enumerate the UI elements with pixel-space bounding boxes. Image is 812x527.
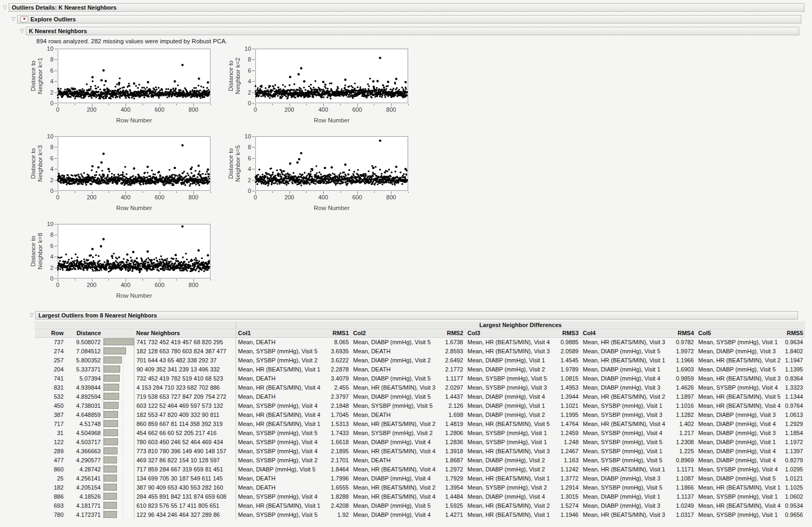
cell-col2: Mean, HR (BEATS/MIN), Visit 3 — [351, 383, 440, 392]
cell-col2: Mean, HR (BEATS/MIN), Visit 2 — [351, 419, 440, 428]
table-row[interactable]: 5324.892594719 538 653 727 847 209 754 2… — [35, 392, 805, 401]
table-row[interactable]: 7174.51748860 859 667 81 114 358 392 319… — [35, 419, 805, 428]
cell-rms3: 1.1021 — [555, 401, 581, 410]
column-header-distance[interactable]: Distance — [66, 329, 103, 337]
table-row[interactable]: 1224.503717780 603 450 246 52 464 469 43… — [35, 437, 805, 446]
column-header-col4[interactable]: Col4 — [581, 329, 670, 337]
cell-rms2: 2.8593 — [440, 346, 465, 355]
distance-bar — [104, 356, 122, 363]
column-header-rms1[interactable]: RMS1 — [325, 329, 351, 337]
cell-rms1: 2.3797 — [325, 392, 351, 401]
column-header-rms4[interactable]: RMS4 — [670, 329, 696, 337]
cell-row: 274 — [35, 346, 66, 355]
cell-col5: Mean, DIABP (mmHg), Visit 4 — [696, 446, 783, 455]
cell-rms2: 1.2806 — [440, 428, 465, 437]
cell-rms1: 2.455 — [325, 383, 351, 392]
cell-distance: 4.366663 — [66, 446, 103, 455]
column-header-row[interactable]: Row — [35, 329, 66, 337]
cell-col2: Mean, DEATH — [351, 365, 440, 374]
table-row[interactable]: 6934.181771610 823 576 55 17 411 805 651… — [35, 501, 805, 510]
cell-rms5: 1.8402 — [783, 346, 805, 355]
cell-neighbors: 610 823 576 55 17 411 805 651 — [134, 501, 236, 510]
cell-distance: 4.939844 — [66, 383, 103, 392]
cell-col4: Mean, SYSBP (mmHg), Visit 1 — [581, 401, 670, 410]
cell-rms1: 1.8288 — [325, 492, 351, 501]
table-row[interactable]: 4774.290577469 327 86 822 154 10 128 597… — [35, 455, 805, 464]
outline-title-explore-outliers[interactable]: ▼ Explore Outliers — [17, 15, 801, 24]
column-header-col5[interactable]: Col5 — [696, 329, 783, 337]
table-row[interactable]: 4504.738031603 122 52 464 469 597 573 13… — [35, 401, 805, 410]
cell-col1: Mean, SYSBP (mmHg), Visit 4 — [236, 492, 325, 501]
cell-col3: Mean, HR (BEATS/MIN), Visit 5 — [465, 419, 555, 428]
distance-bar — [104, 438, 118, 445]
column-header-col3[interactable]: Col3 — [465, 329, 555, 337]
cell-col4: Mean, HR (BEATS/MIN), Visit 1 — [581, 355, 670, 365]
cell-col5: Mean, DIABP (mmHg), Visit 4 — [696, 455, 783, 464]
distance-bar — [104, 502, 117, 509]
column-header-rms2[interactable]: RMS2 — [440, 329, 465, 337]
table-row[interactable]: 3874.648859182 553 47 820 409 332 90 811… — [35, 410, 805, 419]
column-header-near-neighbors[interactable]: Near Neighbors — [134, 329, 236, 337]
distance-bar-cell — [103, 383, 134, 392]
cell-col2: Mean, HR (BEATS/MIN), Visit 4 — [351, 492, 440, 501]
cell-rms5: 1.1854 — [783, 428, 805, 437]
cell-rms1: 1.7045 — [325, 410, 351, 419]
column-header-rms5[interactable]: RMS5 — [783, 329, 805, 337]
table-row[interactable]: 8314.9398444 153 284 710 323 682 702 886… — [35, 383, 805, 392]
outline-title-k-nearest-neighbors[interactable]: K Nearest Neighbors — [26, 27, 799, 35]
cell-neighbors: 134 699 705 30 187 549 611 145 — [134, 474, 236, 483]
cell-rms3: 1.2459 — [555, 428, 581, 437]
cell-rms4: 1.4626 — [670, 383, 696, 392]
outline-node-outliers-details: ▽ Outliers Details: K Nearest Neighbors — [1, 3, 805, 12]
column-header-col1[interactable]: Col1 — [236, 329, 325, 337]
table-row[interactable]: 1824.205154387 90 409 653 430 553 282 16… — [35, 483, 805, 492]
table-row[interactable]: 8604.28742717 859 284 667 319 659 81 451… — [35, 464, 805, 474]
knn-distance-plot-k1[interactable] — [28, 46, 215, 131]
disclosure-triangle-icon[interactable]: ▽ — [18, 27, 26, 35]
cell-rms3: 1.1995 — [555, 410, 581, 419]
cell-col2: Mean, HR (BEATS/MIN), Visit 2 — [351, 483, 440, 492]
distance-bar-cell — [103, 365, 134, 374]
cell-rms4: 1.402 — [670, 419, 696, 428]
knn-distance-plot-k3[interactable] — [28, 134, 215, 219]
table-row[interactable]: 2894.366663773 810 780 396 149 490 148 1… — [35, 446, 805, 455]
cell-rms5: 1.2929 — [783, 419, 805, 428]
cell-rms5: 0.8364 — [783, 374, 805, 383]
table-row[interactable]: 2575.800352701 644 43 65 482 338 292 37M… — [35, 355, 805, 365]
table-row[interactable]: 314.504968454 662 66 60 52 205 217 416Me… — [35, 428, 805, 437]
cell-distance: 4.18526 — [66, 492, 103, 501]
cell-rms1: 2.2878 — [325, 365, 351, 374]
table-row[interactable]: 7415.07394732 452 419 782 519 410 68 523… — [35, 374, 805, 383]
distance-bar — [104, 447, 118, 454]
column-header-rms3[interactable]: RMS3 — [555, 329, 581, 337]
disclosure-triangle-icon[interactable]: ▽ — [1, 4, 9, 11]
table-row[interactable]: 254.256141134 699 705 30 187 549 611 145… — [35, 474, 805, 483]
column-header-col2[interactable]: Col2 — [351, 329, 440, 337]
red-triangle-icon: ▼ — [22, 17, 27, 21]
outline-title-largest-outliers[interactable]: Largest Outliers from 8 Nearest Neighbor… — [35, 311, 798, 320]
cell-neighbors: 732 452 419 782 519 410 68 523 — [134, 374, 236, 383]
knn-distance-plot-k2[interactable] — [225, 46, 412, 131]
disclosure-triangle-icon[interactable]: ▽ — [28, 312, 35, 319]
knn-distance-plot-k8[interactable] — [28, 221, 215, 307]
cell-rms5: 0.9764 — [783, 401, 805, 410]
table-row[interactable]: 2747.084512182 128 653 780 603 824 387 4… — [35, 346, 805, 355]
table-row[interactable]: 7379.508072741 732 452 419 457 68 820 29… — [35, 337, 805, 346]
table-row[interactable]: 7804.172371122 96 434 246 464 327 289 86… — [35, 510, 805, 519]
distance-bar-cell — [103, 401, 134, 410]
cell-col2: Mean, DIABP (mmHg), Visit 5 — [351, 501, 440, 510]
knn-distance-plot-k5[interactable] — [225, 134, 412, 219]
red-triangle-menu-button[interactable]: ▼ — [20, 16, 28, 22]
table-row[interactable]: 2045.33737190 409 352 341 239 13 496 332… — [35, 365, 805, 374]
outline-title-outliers-details[interactable]: Outliers Details: K Nearest Neighbors — [9, 3, 805, 12]
cell-neighbors: 4 153 284 710 323 682 702 886 — [134, 383, 236, 392]
distance-bar — [104, 375, 120, 382]
table-row[interactable]: 8864.18526284 455 891 842 131 874 659 60… — [35, 492, 805, 501]
column-header-distance-bar[interactable] — [103, 329, 134, 337]
cell-rms3: 1.163 — [555, 455, 581, 464]
cell-neighbors: 717 859 284 667 319 659 81 451 — [134, 464, 236, 474]
cell-col4: Mean, DIABP (mmHg), Visit 1 — [581, 492, 670, 501]
knn-distance-plots — [28, 46, 812, 307]
disclosure-triangle-icon[interactable]: ▽ — [10, 15, 17, 23]
cell-col4: Mean, SYSBP (mmHg), Visit 3 — [581, 410, 670, 419]
